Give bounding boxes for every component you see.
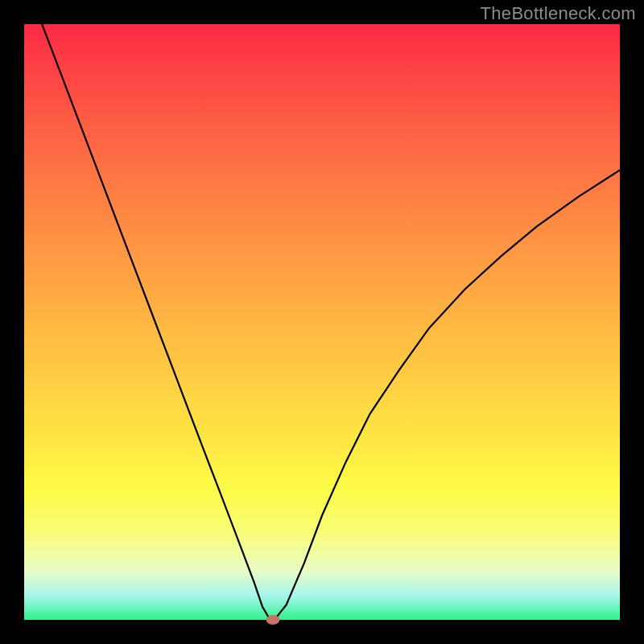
bottleneck-curve [42, 24, 620, 620]
curve-layer [24, 24, 620, 620]
optimal-point-marker [266, 615, 279, 625]
chart-container: TheBottleneck.com [0, 0, 644, 644]
watermark-text: TheBottleneck.com [481, 3, 636, 24]
